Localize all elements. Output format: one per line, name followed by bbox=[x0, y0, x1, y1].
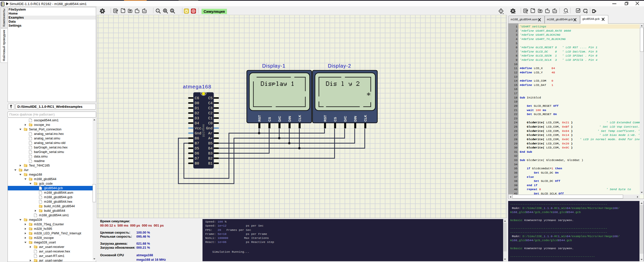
svg-text:CLK: CLK bbox=[298, 115, 302, 122]
svg-text:mega168: mega168 bbox=[202, 124, 205, 137]
svg-text:B3: B3 bbox=[208, 151, 213, 155]
svg-text:D/C: D/C bbox=[343, 116, 347, 122]
svg-text:CLK: CLK bbox=[364, 115, 367, 122]
svg-text:Display-2: Display-2 bbox=[328, 63, 351, 69]
svg-text:B2: B2 bbox=[208, 156, 213, 161]
svg-text:D2: D2 bbox=[195, 111, 199, 115]
svg-text:atmega168: atmega168 bbox=[183, 84, 212, 89]
svg-text:D0: D0 bbox=[195, 101, 199, 105]
svg-text:D7: D7 bbox=[195, 156, 199, 161]
svg-text:B5: B5 bbox=[208, 141, 213, 145]
svg-text:CS: CS bbox=[333, 117, 337, 122]
svg-text:Gnd: Gnd bbox=[195, 131, 201, 135]
svg-text:C5: C5 bbox=[208, 96, 213, 100]
svg-text:Vcc: Vcc bbox=[195, 126, 201, 130]
svg-text:B4: B4 bbox=[208, 146, 213, 150]
svg-text:D4: D4 bbox=[195, 121, 199, 125]
svg-text:C1: C1 bbox=[208, 116, 213, 120]
svg-text:RST: RST bbox=[323, 115, 327, 122]
svg-text:C0: C0 bbox=[208, 121, 213, 125]
svg-text:D5: D5 bbox=[195, 146, 199, 150]
svg-text:Ar: Ar bbox=[208, 131, 213, 135]
svg-text:A+: A+ bbox=[208, 136, 213, 140]
svg-text:C2: C2 bbox=[208, 111, 213, 115]
svg-text:1: 1 bbox=[171, 9, 173, 12]
svg-text:B1: B1 bbox=[208, 162, 213, 166]
svg-text:B6: B6 bbox=[195, 136, 199, 140]
svg-text:C6: C6 bbox=[195, 96, 199, 100]
svg-text:Gnd: Gnd bbox=[206, 126, 213, 130]
svg-text:CS: CS bbox=[268, 117, 271, 122]
svg-text:RST: RST bbox=[258, 115, 261, 122]
svg-text:D1: D1 bbox=[195, 106, 199, 110]
svg-text:B7: B7 bbox=[195, 141, 199, 145]
svg-text:D3: D3 bbox=[195, 116, 199, 120]
svg-text:DIN: DIN bbox=[288, 116, 292, 122]
svg-text:Display-1: Display-1 bbox=[262, 63, 286, 69]
svg-text:D6: D6 bbox=[195, 151, 199, 155]
svg-text:DIN: DIN bbox=[353, 116, 357, 122]
svg-text:D/C: D/C bbox=[278, 116, 281, 122]
svg-text:C4: C4 bbox=[208, 101, 213, 105]
svg-text:C3: C3 bbox=[208, 106, 213, 110]
svg-text:B0: B0 bbox=[195, 162, 199, 166]
